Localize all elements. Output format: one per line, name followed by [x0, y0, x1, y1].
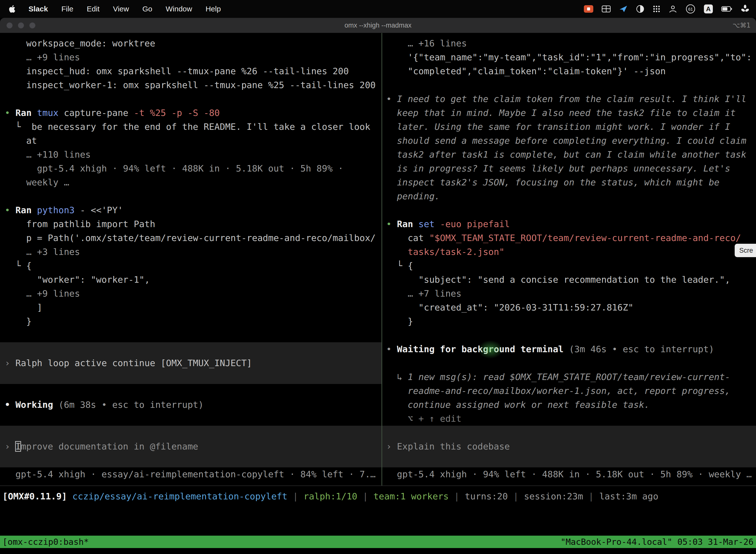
text-segment: • [386, 94, 397, 104]
omx-status-line: [OMX#0.11.9] cczip/essay/ai-reimplementa… [0, 486, 756, 503]
left-pane[interactable]: workspace_mode: worktree … +9 lines insp… [0, 33, 381, 486]
text-segment: readme-and-reco/mailbox/worker-1.json, a… [386, 386, 730, 396]
text-segment: 1 new msg(s): read $OMX_TEAM_STATE_ROOT/… [408, 372, 730, 382]
text-segment: | [583, 491, 599, 501]
minimize-button[interactable] [18, 22, 24, 29]
text-segment: ralph:1/10 [304, 491, 358, 501]
window-shortcut: ⌥⌘1 [733, 21, 751, 29]
window-title: omx --xhigh --madmax [344, 21, 412, 29]
text-segment: } [5, 316, 32, 326]
terminal-line: gpt-5.4 xhigh · 94% left · 488K in · 5.1… [382, 467, 756, 481]
terminal-line [0, 412, 381, 426]
apps-grid-icon[interactable] [653, 5, 660, 13]
screen-share-tooltip[interactable]: Scre [735, 244, 756, 257]
menu-item-file[interactable]: File [55, 5, 80, 13]
right-pane[interactable]: … +16 lines '{"team_name":"my-team","tas… [382, 33, 756, 486]
text-segment: Ran [15, 205, 37, 215]
text-segment: › [386, 441, 397, 451]
battery-percent-icon[interactable]: 61 [686, 4, 695, 14]
terminal-line: … +3 lines [0, 245, 381, 259]
text-segment: … +9 lines [5, 288, 80, 298]
text-segment: | [449, 491, 465, 501]
apple-menu-icon[interactable] [5, 5, 22, 13]
terminal-window: omx --xhigh --madmax ⌥⌘1 workspace_mode:… [0, 18, 756, 554]
menu-items: SlackFileEditViewGoWindowHelp [22, 5, 228, 13]
text-segment: Ran [397, 219, 419, 229]
text-segment: mprove documentation in @filename [21, 441, 198, 451]
text-segment: › [5, 358, 15, 368]
text-segment: } [386, 316, 413, 326]
text-segment: team:1 workers [374, 491, 449, 501]
terminal-line [382, 356, 756, 370]
terminal-line: inspect task2's JSON, focusing on the st… [382, 175, 756, 189]
text-segment: - <<'PY' [80, 205, 123, 215]
status-pane: [OMX#0.11.9] cczip/essay/ai-reimplementa… [0, 486, 756, 536]
menu-item-go[interactable]: Go [136, 5, 159, 13]
half-circle-icon[interactable] [636, 5, 644, 13]
menu-item-view[interactable]: View [106, 5, 135, 13]
window-titlebar[interactable]: omx --xhigh --madmax ⌥⌘1 [0, 18, 756, 33]
inject-band [0, 342, 381, 356]
text-segment: (3m 46s • esc to interrupt) [569, 344, 714, 354]
text-segment: inspect_worker-1: omx sparkshell --tmux-… [5, 80, 376, 90]
paper-plane-icon[interactable] [619, 5, 628, 13]
terminal-line: ↳ 1 new msg(s): read $OMX_TEAM_STATE_ROO… [382, 370, 756, 384]
prompt-band [0, 453, 381, 467]
prompt-band: › Improve documentation in @filename [0, 440, 381, 453]
menu-item-slack[interactable]: Slack [22, 5, 55, 13]
input-source-label: A [706, 5, 711, 13]
text-segment: cczip/essay/ai-reimplementation-copyleft [72, 491, 288, 501]
terminal-line: '{"team_name":"my-team","task_id":"1","f… [382, 50, 756, 64]
terminal-line: … +9 lines [0, 50, 381, 64]
text-segment: p = Path('.omx/state/team/review-current… [5, 233, 376, 243]
text-segment: (6m 38s • esc to interrupt) [59, 400, 204, 410]
text-segment: • [5, 108, 15, 118]
text-segment [67, 491, 72, 501]
screen: SlackFileEditViewGoWindowHelp 61 [0, 0, 756, 554]
terminal-line: … +110 lines [0, 148, 381, 162]
terminal-line: is in progress? It seems likely but perh… [382, 162, 756, 175]
input-source-icon[interactable]: A [704, 4, 713, 13]
text-segment: should send a message before completing … [386, 135, 746, 146]
menu-item-edit[interactable]: Edit [80, 5, 107, 13]
zoom-button[interactable] [29, 22, 36, 29]
text-segment: continue assigned work or next feasible … [386, 400, 649, 410]
text-segment: ] [5, 302, 43, 313]
text-segment: └ be necessary for the end of the README… [5, 122, 370, 132]
menu-item-help[interactable]: Help [199, 5, 228, 13]
text-segment: '{"team_name":"my-team","task_id":"1","f… [386, 52, 752, 62]
terminal-line: • Working (6m 38s • esc to interrupt) [0, 398, 381, 412]
person-icon[interactable] [669, 5, 677, 13]
terminal-line: weekly … [0, 175, 381, 189]
terminal-line: … +7 lines [382, 287, 756, 300]
text-segment: inspect_hud: omx sparkshell --tmux-pane … [5, 66, 349, 76]
text-segment: | [358, 491, 374, 501]
text-segment: is in progress? It seems likely but perh… [386, 163, 730, 173]
text-segment: ⌥ + ↑ edit [386, 413, 461, 424]
tmux-session-label: [omx-cczip0:bash* [2, 537, 89, 547]
text-segment: Ran [15, 108, 37, 118]
text-segment: -euo pipefail [440, 219, 510, 229]
text-segment: … +16 lines [386, 38, 467, 48]
text-segment: gpt-5.4 xhigh · 94% left · 488K in · 5.1… [5, 163, 343, 173]
close-button[interactable] [6, 22, 13, 29]
terminal-line: ⌥ + ↑ edit [382, 412, 756, 426]
text-segment: [OMX#0.11.9] [2, 491, 67, 501]
terminal-line: • Ran tmux capture-pane -t %25 -p -S -80 [0, 106, 381, 120]
tmux-panes: workspace_mode: worktree … +9 lines insp… [0, 33, 756, 486]
terminal-line: inspect_worker-1: omx sparkshell --tmux-… [0, 78, 381, 92]
screen-recording-icon[interactable] [584, 5, 593, 13]
prompt-band [382, 426, 756, 440]
text-segment: "created_at": "2026-03-31T11:59:27.816Z" [386, 302, 633, 313]
terminal-line [382, 328, 756, 342]
text-segment: weekly … [5, 177, 69, 187]
table-grid-icon[interactable] [602, 5, 611, 12]
menu-item-window[interactable]: Window [159, 5, 199, 13]
battery-icon[interactable] [721, 6, 732, 12]
terminal-line [0, 92, 381, 106]
text-segment: python3 [37, 205, 80, 215]
terminal-line: "subject": "send a concise recommendatio… [382, 273, 756, 287]
fan-icon[interactable] [741, 4, 750, 13]
terminal-line: └ { [0, 259, 381, 273]
terminal-line: • I need to get the claim token from the… [382, 92, 756, 106]
